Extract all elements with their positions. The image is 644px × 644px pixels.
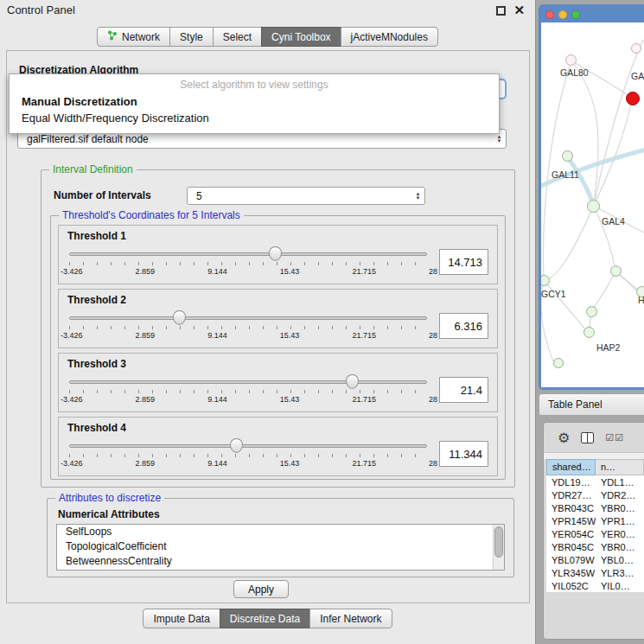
table-cell[interactable]: YPR145W xyxy=(546,514,596,527)
scale-tick-label: 15.43 xyxy=(280,267,300,276)
tab-label: jActiveMNodules xyxy=(351,31,428,43)
threshold-value-field[interactable]: 14.713 xyxy=(439,249,488,275)
node-label: GAL11 xyxy=(552,169,579,180)
table-row[interactable]: YDL19…YDL1… xyxy=(546,475,644,488)
columns-icon[interactable] xyxy=(581,432,594,443)
slider-scale: -3.426 2.859 9.144 15.43 21.715 28 xyxy=(61,267,437,276)
network-node[interactable] xyxy=(586,306,597,317)
scrollbar-thumb[interactable] xyxy=(494,526,503,558)
slider-track[interactable] xyxy=(69,444,427,448)
table-cell[interactable]: YBR0… xyxy=(596,540,644,553)
top-tabbar: Network Style Select Cyni Toolbox jActiv… xyxy=(0,27,535,47)
table-cell[interactable]: YBR045C xyxy=(546,540,596,553)
threshold-value-field[interactable]: 11.344 xyxy=(439,441,488,467)
scale-tick-label: 21.715 xyxy=(352,267,376,276)
table-cell[interactable]: YDR2… xyxy=(596,488,644,501)
table-row[interactable]: YLR345WYLR3… xyxy=(546,566,644,579)
list-item[interactable]: TopologicalCoefficient xyxy=(57,539,504,554)
table-row[interactable]: YIL052CYIL0… xyxy=(546,579,644,592)
table-row[interactable]: YBL079WYBL0… xyxy=(546,553,644,566)
table-row[interactable]: YPR145WYPR1… xyxy=(546,514,644,527)
table-row[interactable]: YBR045CYBR0… xyxy=(546,540,644,553)
column-header-shared-name[interactable]: shared… xyxy=(546,459,596,475)
tab-label: Cyni Toolbox xyxy=(271,31,330,43)
table-cell[interactable]: YDR27… xyxy=(546,488,596,501)
slider-thumb[interactable] xyxy=(230,438,243,453)
slider-track[interactable] xyxy=(69,380,427,384)
dropdown-option-equal-width[interactable]: Equal Width/Frequency Discretization xyxy=(10,110,499,126)
table-cell[interactable]: YIL0… xyxy=(596,579,644,592)
table-cell[interactable]: YDL19… xyxy=(546,475,596,488)
network-window-titlebar[interactable] xyxy=(541,7,644,22)
table-cell[interactable]: YDL1… xyxy=(596,475,644,488)
network-node[interactable] xyxy=(562,150,573,162)
table-cell[interactable]: YIL052C xyxy=(546,579,596,592)
table-window: ⚙ ☑☑ shared… n… YDL19…YDL1… YDR27…YDR2… … xyxy=(543,422,644,640)
column-header-name[interactable]: n… xyxy=(596,459,644,475)
network-node[interactable] xyxy=(565,54,577,66)
scale-tick-label: 9.144 xyxy=(207,459,227,468)
tab-discretize-data[interactable]: Discretize Data xyxy=(220,609,310,628)
slider-thumb[interactable] xyxy=(173,310,186,325)
list-item[interactable]: SelfLoops xyxy=(57,525,504,539)
dropdown-option-manual-discretization[interactable]: Manual Discretization xyxy=(10,93,499,110)
table-cell[interactable]: YBL079W xyxy=(546,553,596,566)
close-icon[interactable]: ✕ xyxy=(513,3,525,18)
network-node[interactable] xyxy=(587,200,600,213)
apply-button[interactable]: Apply xyxy=(233,580,289,598)
table-cell[interactable]: YER0… xyxy=(596,527,644,540)
select-columns-icon[interactable]: ☑☑ xyxy=(605,432,624,443)
list-item[interactable]: BetweennessCentrality xyxy=(57,554,504,569)
threshold-slider[interactable]: -3.426 2.859 9.144 15.43 21.715 28 xyxy=(67,245,429,279)
slider-track[interactable] xyxy=(69,316,427,320)
table-row[interactable]: YDR27…YDR2… xyxy=(546,488,644,501)
scale-tick-label: 28 xyxy=(429,395,437,404)
zoom-traffic-icon[interactable] xyxy=(571,10,580,19)
table-row[interactable]: YBR043CYBR0… xyxy=(546,501,644,514)
threshold-panel-2: Threshold 2 -3.426 2.859 9.144 15.43 21.… xyxy=(58,289,498,348)
threshold-slider[interactable]: -3.426 2.859 9.144 15.43 21.715 28 xyxy=(67,309,429,343)
slider-thumb[interactable] xyxy=(269,246,282,261)
network-node[interactable] xyxy=(583,327,595,338)
close-traffic-icon[interactable] xyxy=(545,10,554,19)
slider-track[interactable] xyxy=(69,252,427,256)
tab-style[interactable]: Style xyxy=(169,27,214,47)
gear-icon[interactable]: ⚙ xyxy=(558,430,570,446)
table-cell[interactable]: YER054C xyxy=(546,527,596,540)
list-scrollbar[interactable] xyxy=(493,525,504,570)
threshold-value-field[interactable]: 21.4 xyxy=(439,377,488,403)
network-node-selected[interactable] xyxy=(626,92,640,105)
network-canvas[interactable]: GAL80 GA GAL11 GAL4 GCY1 H HAP2 xyxy=(541,22,644,387)
threshold-slider[interactable]: -3.426 2.859 9.144 15.43 21.715 28 xyxy=(67,437,429,471)
table-cell[interactable]: YLR3… xyxy=(596,566,644,579)
tab-network[interactable]: Network xyxy=(97,27,170,47)
node-label: GCY1 xyxy=(541,289,566,299)
threshold-value-field[interactable]: 6.316 xyxy=(439,313,488,339)
threshold-slider[interactable]: -3.426 2.859 9.144 15.43 21.715 28 xyxy=(67,373,429,407)
network-node[interactable] xyxy=(631,43,641,54)
slider-scale: -3.426 2.859 9.144 15.43 21.715 28 xyxy=(61,331,437,340)
table-panel-header[interactable]: Table Panel xyxy=(539,393,644,416)
table-cell[interactable]: YBR0… xyxy=(596,501,644,514)
table-cell[interactable]: YLR345W xyxy=(546,566,596,579)
network-node[interactable] xyxy=(610,265,622,277)
tab-select[interactable]: Select xyxy=(213,27,262,47)
number-of-intervals-combo[interactable]: 5 ▲▼ xyxy=(187,187,425,205)
combo-stepper-icon: ▲▼ xyxy=(493,135,506,143)
tab-impute-data[interactable]: Impute Data xyxy=(143,609,220,628)
restore-icon[interactable] xyxy=(496,6,506,16)
table-row[interactable]: YER054CYER0… xyxy=(546,527,644,540)
network-node[interactable] xyxy=(553,358,564,368)
attributes-group: Attributes to discretize Numerical Attri… xyxy=(47,498,514,577)
interval-definition-title: Interval Definition xyxy=(49,163,137,175)
table-cell[interactable]: YPR1… xyxy=(596,514,644,527)
tab-cyni-toolbox[interactable]: Cyni Toolbox xyxy=(261,27,341,47)
tab-infer-network[interactable]: Infer Network xyxy=(309,609,392,628)
table-cell[interactable]: YBR043C xyxy=(546,501,596,514)
minimize-traffic-icon[interactable] xyxy=(558,10,567,19)
scale-tick-label: 21.715 xyxy=(352,459,376,468)
table-cell[interactable]: YBL0… xyxy=(596,553,644,566)
tab-jactivemnodules[interactable]: jActiveMNodules xyxy=(341,27,438,47)
scale-tick-label: 15.43 xyxy=(280,395,300,404)
slider-thumb[interactable] xyxy=(346,374,359,389)
